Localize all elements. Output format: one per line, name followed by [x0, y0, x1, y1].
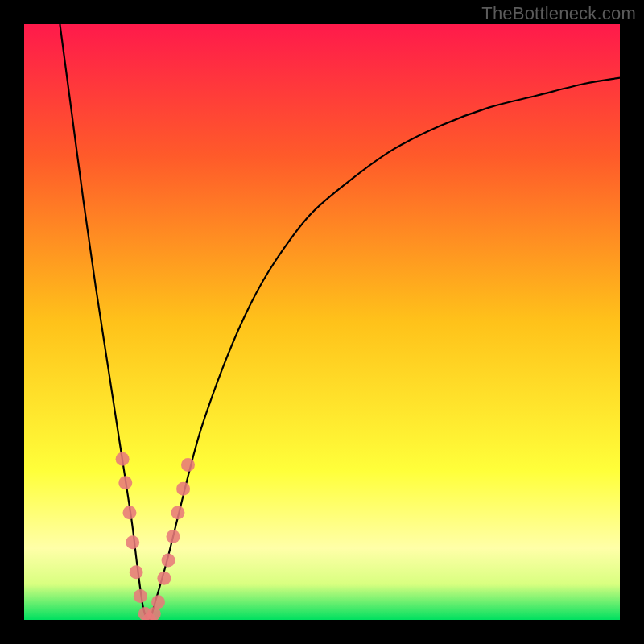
- data-marker: [176, 482, 190, 496]
- data-marker: [116, 452, 130, 466]
- data-marker: [151, 595, 165, 609]
- data-marker: [134, 589, 147, 603]
- data-marker: [181, 458, 195, 472]
- data-marker: [122, 506, 136, 519]
- data-marker: [118, 476, 132, 489]
- plot-area: [24, 24, 620, 620]
- bottleneck-chart: [24, 24, 620, 620]
- data-marker: [171, 506, 184, 519]
- gradient-background: [24, 24, 620, 620]
- watermark-text: TheBottleneck.com: [481, 3, 636, 24]
- data-marker: [130, 565, 143, 579]
- data-marker: [126, 535, 139, 549]
- data-marker: [162, 554, 175, 568]
- data-marker: [157, 572, 171, 585]
- chart-frame: TheBottleneck.com: [0, 0, 644, 644]
- data-marker: [167, 530, 180, 543]
